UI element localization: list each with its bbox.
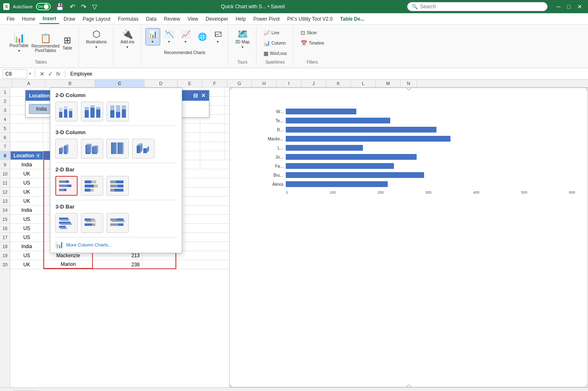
menu-view[interactable]: View — [184, 14, 202, 24]
stacked-bar-2d[interactable] — [81, 176, 103, 196]
cell-a6[interactable] — [10, 133, 43, 142]
clustered-col-2d[interactable] — [55, 102, 78, 121]
pivot-table-btn[interactable]: 📊 PivotTable ▾ — [7, 32, 31, 55]
cell-a16[interactable]: US — [10, 224, 43, 232]
close-btn[interactable]: ✕ — [575, 2, 585, 11]
formula-x-icon[interactable]: ✕ — [38, 71, 46, 77]
select-all[interactable] — [0, 80, 12, 87]
sparkline-line-btn[interactable]: 📈 Line — [261, 28, 290, 38]
cell-a17[interactable]: US — [10, 233, 43, 242]
col-header-h[interactable]: H — [252, 80, 277, 87]
clustered-col-3d[interactable] — [55, 139, 78, 159]
maximize-btn[interactable]: □ — [565, 2, 573, 11]
sparkline-winloss-btn[interactable]: ▦ Win/Loss — [261, 49, 290, 58]
row-5[interactable]: 5 — [0, 124, 10, 133]
clustered-bar-2d[interactable] — [55, 176, 78, 196]
row-18[interactable]: 18 — [0, 242, 10, 251]
row-15[interactable]: 15 — [0, 215, 10, 224]
col-header-f[interactable]: F — [202, 80, 227, 87]
menu-data[interactable]: Data — [142, 14, 159, 24]
menu-review[interactable]: Review — [161, 14, 183, 24]
col-header-j[interactable]: J — [301, 80, 326, 87]
recommended-pivottables-btn[interactable]: 📋 Recommended PivotTables — [33, 32, 58, 55]
timeline-btn[interactable]: 📅 Timeline — [298, 38, 327, 48]
cell-a9[interactable]: India — [10, 160, 43, 169]
slicer-btn[interactable]: ⊡ Slicer — [298, 28, 327, 38]
redo-icon[interactable]: ↷ — [79, 2, 88, 12]
cell-a12[interactable]: UK — [10, 187, 43, 196]
3d-map-btn[interactable]: 🗺️ 3D Map ▾ — [232, 28, 253, 51]
stacked-bar-3d[interactable] — [81, 213, 103, 233]
resize-handle-br[interactable] — [586, 385, 588, 387]
menu-draw[interactable]: Draw — [60, 14, 78, 24]
resize-handle-bm[interactable] — [407, 385, 411, 387]
col-header-i[interactable]: I — [277, 80, 301, 87]
menu-power-pivot[interactable]: Power Pivot — [250, 14, 283, 24]
row-14[interactable]: 14 — [0, 206, 10, 215]
col-header-k[interactable]: K — [326, 80, 351, 87]
col-header-g[interactable]: G — [227, 80, 252, 87]
col-header-n[interactable]: N — [401, 80, 417, 87]
col-header-e[interactable]: E — [178, 80, 202, 87]
more-charts-btn[interactable]: 📊 More Column Charts... — [55, 241, 177, 249]
cell-a5[interactable] — [10, 124, 43, 133]
line-chart-btn[interactable]: 📈 ▾ — [178, 28, 193, 45]
cell-a8[interactable]: Location ▾ — [10, 151, 43, 160]
menu-file[interactable]: File — [3, 14, 18, 24]
col-header-l[interactable]: L — [351, 80, 376, 87]
row-13[interactable]: 13 — [0, 197, 10, 206]
location-filter-btn[interactable]: ▾ — [36, 153, 40, 158]
cell-a20[interactable]: UK — [10, 260, 43, 269]
row-12[interactable]: 12 — [0, 187, 10, 197]
formula-input[interactable] — [69, 70, 586, 78]
row-9[interactable]: 9 — [0, 160, 10, 169]
menu-insert[interactable]: Insert — [39, 14, 59, 24]
stacked-col-3d[interactable] — [81, 139, 103, 159]
customize-icon[interactable]: ▽ — [90, 2, 99, 12]
cell-c20[interactable]: 238 — [93, 260, 142, 269]
cell-a18[interactable]: India — [10, 242, 43, 251]
menu-page-layout[interactable]: Page Layout — [79, 14, 114, 24]
cell-reference-input[interactable] — [2, 69, 27, 78]
cell-d20[interactable] — [142, 260, 175, 269]
search-input[interactable] — [420, 4, 543, 9]
column-chart-btn[interactable]: 📊 ▾ — [145, 28, 160, 45]
100-stacked-col-2d[interactable] — [107, 102, 129, 121]
combo-chart-btn[interactable]: 🗠 ▾ — [211, 28, 225, 45]
menu-utility[interactable]: PK's Utility Tool V2.0 — [284, 14, 336, 24]
cell-ref-dropdown[interactable]: ▾ — [29, 71, 31, 76]
cell-b20[interactable]: Marion — [43, 260, 93, 269]
table-btn[interactable]: ⊞ Table — [59, 34, 75, 52]
cell-a15[interactable]: US — [10, 215, 43, 223]
autosave-toggle[interactable]: On — [36, 3, 51, 10]
col-header-c[interactable]: C — [95, 80, 145, 87]
menu-home[interactable]: Home — [19, 14, 38, 24]
col-header-m[interactable]: M — [376, 80, 401, 87]
globe-chart-btn[interactable]: 🌐 — [195, 31, 210, 43]
menu-formulas[interactable]: Formulas — [114, 14, 142, 24]
cell-f5[interactable] — [200, 124, 225, 133]
chart-preview-area[interactable]: W... Te... R... — [229, 88, 588, 387]
minimize-btn[interactable]: ─ — [554, 2, 563, 11]
100-stacked-bar-3d[interactable] — [107, 213, 129, 233]
menu-developer[interactable]: Developer — [202, 14, 232, 24]
cell-a19[interactable]: US — [10, 251, 43, 260]
cell-f8[interactable] — [200, 151, 225, 160]
3d-col-chart[interactable] — [132, 139, 154, 159]
stacked-col-2d[interactable] — [81, 102, 103, 121]
sparkline-column-btn[interactable]: 📊 Column — [261, 38, 290, 48]
row-10[interactable]: 10 — [0, 169, 10, 178]
bar-chart-btn[interactable]: 📉 ▾ — [162, 28, 177, 45]
row-3[interactable]: 3 — [0, 106, 10, 115]
row-8[interactable]: 8 — [0, 151, 10, 160]
row-11[interactable]: 11 — [0, 178, 10, 187]
row-17[interactable]: 17 — [0, 233, 10, 242]
cell-a11[interactable]: US — [10, 178, 43, 187]
slicer-filter-icon[interactable]: ⊟ — [193, 92, 198, 99]
row-16[interactable]: 16 — [0, 224, 10, 233]
formula-fx-icon[interactable]: fx — [55, 71, 62, 77]
row-7[interactable]: 7 — [0, 142, 10, 151]
col-header-b[interactable]: B — [45, 80, 95, 87]
illustrations-btn[interactable]: ⬡ Illustrations ▾ — [83, 28, 110, 51]
recommended-charts-btn[interactable]: Recommended Charts — [161, 49, 209, 57]
